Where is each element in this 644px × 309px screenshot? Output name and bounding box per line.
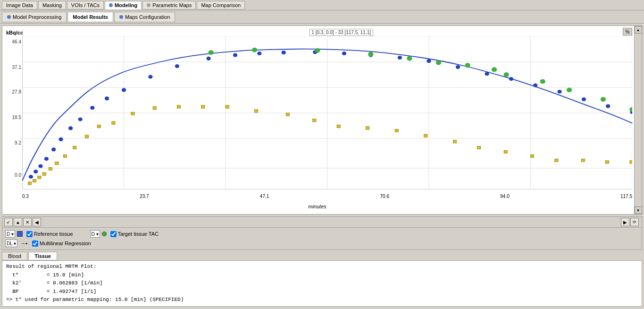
svg-point-30 (258, 52, 261, 55)
svg-point-33 (342, 52, 346, 55)
svg-rect-79 (395, 129, 398, 132)
tab-label: Parametric Maps (152, 2, 192, 8)
svg-point-47 (315, 48, 320, 52)
svg-point-48 (368, 52, 373, 56)
multilinear-regression-checkbox[interactable] (32, 240, 38, 247)
svg-point-46 (252, 48, 257, 52)
toolbar-close-btn[interactable]: ✕ (23, 218, 32, 226)
scroll-up-button[interactable]: ▲ (635, 26, 642, 34)
legend-select-1: D ▾ (5, 230, 23, 238)
multilinear-regression-label: Multilinear Regression (40, 240, 91, 246)
svg-point-21 (69, 127, 73, 130)
svg-point-31 (282, 51, 285, 54)
x-tick-1: 0.3 (22, 194, 29, 199)
svg-point-20 (59, 137, 63, 141)
legend-checkbox-reference[interactable]: Reference tissue (26, 231, 73, 237)
svg-point-51 (465, 63, 470, 68)
svg-point-26 (149, 75, 152, 78)
y-tick-5: 9.2 (15, 140, 21, 146)
svg-point-57 (630, 107, 632, 112)
scroll-down-button[interactable]: ▼ (635, 206, 642, 214)
toolbar-arrow-btn[interactable]: ↙ (4, 218, 13, 226)
legend-select-3: DL ▾ →• (5, 240, 28, 247)
svg-point-24 (105, 97, 109, 100)
y-tick-6: 0.0 (15, 172, 21, 178)
legend-dropdown-1[interactable]: D ▾ (5, 230, 15, 238)
legend-dropdown-2[interactable]: D ▾ (90, 230, 100, 238)
chart-scrollbar[interactable]: ▲ ▼ (634, 26, 642, 214)
svg-rect-82 (477, 146, 481, 149)
tab-map-comparison[interactable]: Map Comparison (197, 1, 245, 9)
svg-point-19 (52, 148, 56, 151)
preprocessing-dot (7, 15, 11, 19)
legend-row-1: D ▾ Reference tissue D ▾ Target tissue T… (5, 229, 639, 239)
subtab-model-results[interactable]: Model Results (67, 12, 113, 22)
svg-rect-76 (313, 119, 316, 122)
svg-rect-65 (73, 146, 76, 149)
tab-vois-tacs[interactable]: VOIs / TACs (67, 1, 104, 9)
svg-rect-69 (131, 112, 134, 115)
tab-label: Modeling (115, 2, 137, 8)
svg-rect-68 (112, 121, 115, 124)
legend-checkbox-multilinear[interactable]: Multilinear Regression (32, 240, 91, 247)
tab-image-data[interactable]: Image Data (2, 1, 37, 9)
svg-rect-72 (201, 105, 205, 108)
svg-rect-85 (555, 159, 558, 162)
svg-point-54 (540, 79, 545, 84)
tab-tissue[interactable]: Tissue (28, 252, 57, 260)
toolbar-up-btn[interactable]: ▲ (14, 218, 22, 226)
tab-label: Image Data (6, 2, 33, 8)
legend-select-2: D ▾ (90, 230, 107, 238)
main-content: kBq/cc % 1 [0.3, 0.0] - 33 [117.5, 11.1]… (0, 24, 644, 309)
svg-rect-88 (630, 161, 632, 163)
legend-dropdown-3[interactable]: DL ▾ (5, 240, 17, 247)
tab-modeling[interactable]: Modeling (105, 1, 142, 9)
svg-point-53 (504, 73, 509, 77)
svg-point-23 (91, 106, 94, 110)
parametric-maps-dot (147, 3, 151, 7)
svg-point-45 (209, 51, 213, 55)
target-tissue-label: Target tissue TAC (118, 231, 159, 237)
x-tick-4: 70.6 (380, 194, 389, 199)
toolbar-left-btn[interactable]: ◀ (33, 218, 41, 226)
bottom-section: Blood Tissue Result of regional MRTM Plo… (2, 252, 642, 307)
chart-svg (22, 36, 632, 189)
legend-bar: D ▾ Reference tissue D ▾ Target tissue T… (2, 228, 642, 250)
svg-point-29 (233, 53, 237, 57)
reference-tissue-label: Reference tissue (34, 231, 73, 237)
svg-rect-61 (42, 172, 46, 175)
legend-color-blue (17, 231, 23, 237)
svg-point-43 (606, 104, 610, 108)
chart-container: kBq/cc % 1 [0.3, 0.0] - 33 [117.5, 11.1]… (2, 26, 642, 215)
svg-point-42 (582, 98, 585, 101)
svg-point-41 (558, 90, 561, 93)
svg-rect-84 (531, 154, 534, 157)
tab-parametric-maps[interactable]: Parametric Maps (142, 1, 196, 9)
reference-tissue-checkbox[interactable] (26, 231, 33, 237)
subtab-model-preprocessing[interactable]: Model Preprocessing (2, 12, 67, 22)
y-tick-3: 27.8 (12, 89, 21, 94)
x-tick-2: 23.7 (140, 194, 149, 199)
svg-rect-80 (424, 134, 427, 137)
toolbar-right-btn[interactable]: ▶ (621, 218, 629, 226)
bottom-tabs: Blood Tissue (2, 252, 642, 260)
subtab-label: Maps Configuration (125, 14, 170, 20)
toolbar-refresh-btn[interactable]: ⟳ (630, 218, 639, 226)
svg-point-18 (44, 157, 48, 161)
percent-button[interactable]: % (623, 28, 632, 35)
svg-rect-87 (606, 161, 609, 163)
svg-point-56 (601, 97, 605, 102)
target-tissue-checkbox[interactable] (110, 231, 117, 237)
svg-rect-70 (153, 107, 156, 110)
x-tick-6: 117.5 (620, 194, 632, 199)
svg-rect-60 (38, 176, 41, 179)
tab-masking[interactable]: Masking (38, 1, 66, 9)
svg-rect-67 (97, 125, 100, 128)
svg-point-27 (175, 64, 179, 68)
subtab-label: Model Preprocessing (13, 14, 61, 20)
subtab-maps-configuration[interactable]: Maps Configuration (114, 12, 175, 22)
x-ticks: 0.3 23.7 47.1 70.6 94.0 117.5 (22, 194, 632, 199)
legend-row-2: DL ▾ →• Multilinear Regression (5, 239, 639, 248)
legend-checkbox-target[interactable]: Target tissue TAC (110, 231, 159, 237)
tab-blood[interactable]: Blood (2, 252, 27, 260)
